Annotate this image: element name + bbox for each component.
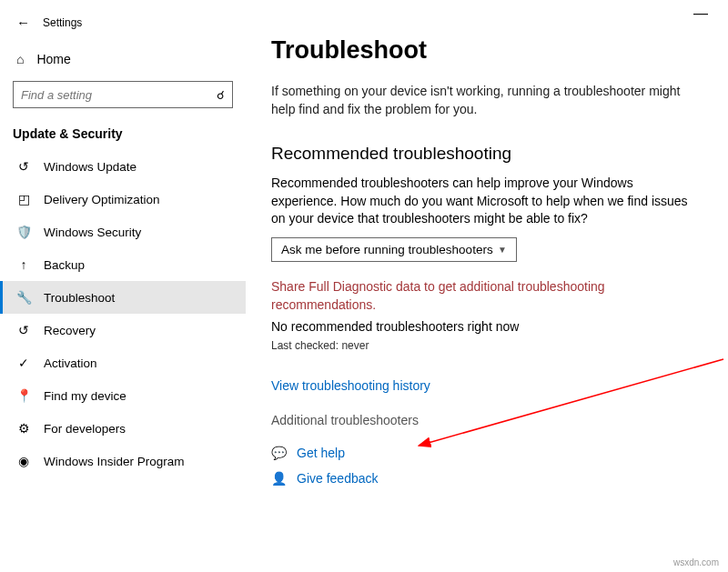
page-title: Troubleshoot <box>271 36 692 65</box>
give-feedback-link[interactable]: Give feedback <box>297 471 379 486</box>
sidebar-item-label: Activation <box>44 356 97 370</box>
get-help-icon: 💬 <box>271 446 288 460</box>
activation-icon: ✓ <box>16 356 31 370</box>
developers-icon: ⚙ <box>16 421 31 436</box>
sidebar-item-label: Find my device <box>44 389 126 403</box>
security-icon: 🛡️ <box>16 225 31 239</box>
sidebar-item-label: Windows Update <box>44 160 136 174</box>
sidebar-item-label: Recovery <box>44 324 96 337</box>
troubleshoot-preference-dropdown[interactable]: Ask me before running troubleshooters ▼ <box>271 237 517 262</box>
no-recommended-text: No recommended troubleshooters right now <box>271 319 692 334</box>
find-device-icon: 📍 <box>16 388 31 403</box>
insider-icon: ◉ <box>16 454 31 468</box>
recovery-icon: ↺ <box>16 323 31 337</box>
sidebar-item-label: Windows Insider Program <box>44 455 185 468</box>
search-input[interactable]: ☌ <box>13 81 233 108</box>
sidebar-item-troubleshoot[interactable]: 🔧 Troubleshoot <box>0 281 246 314</box>
delivery-icon: ◰ <box>16 192 31 206</box>
last-checked-text: Last checked: never <box>271 339 692 352</box>
search-icon: ☌ <box>217 88 225 102</box>
window-title: Settings <box>43 16 82 29</box>
troubleshoot-icon: 🔧 <box>16 290 31 305</box>
sidebar-item-label: Delivery Optimization <box>44 193 160 206</box>
recommended-title: Recommended troubleshooting <box>271 144 692 164</box>
sidebar-item-windows-update[interactable]: ↺ Windows Update <box>0 150 246 183</box>
dropdown-value: Ask me before running troubleshooters <box>281 243 493 256</box>
update-icon: ↺ <box>16 159 31 174</box>
sidebar-item-label: Backup <box>44 258 85 272</box>
sidebar-item-delivery-optimization[interactable]: ◰ Delivery Optimization <box>0 183 246 216</box>
search-field[interactable] <box>21 88 203 102</box>
home-label: Home <box>36 52 70 66</box>
sidebar-item-label: Troubleshoot <box>44 291 115 305</box>
sidebar-item-home[interactable]: ⌂ Home <box>0 43 246 75</box>
sidebar-item-for-developers[interactable]: ⚙ For developers <box>0 412 246 445</box>
sidebar-item-activation[interactable]: ✓ Activation <box>0 346 246 379</box>
feedback-icon: 👤 <box>271 471 288 486</box>
chevron-down-icon: ▼ <box>498 245 507 255</box>
sidebar-item-windows-insider[interactable]: ◉ Windows Insider Program <box>0 445 246 477</box>
sidebar-item-backup[interactable]: ↑ Backup <box>0 248 246 281</box>
section-title: Update & Security <box>0 121 246 150</box>
recommended-desc: Recommended troubleshooters can help imp… <box>271 175 692 228</box>
additional-troubleshooters-link[interactable]: Additional troubleshooters <box>271 413 692 427</box>
sidebar-item-label: Windows Security <box>44 226 141 239</box>
watermark: wsxdn.com <box>673 557 719 567</box>
sidebar-item-label: For developers <box>44 422 126 436</box>
backup-icon: ↑ <box>16 257 31 272</box>
sidebar-item-recovery[interactable]: ↺ Recovery <box>0 314 246 346</box>
sidebar-item-windows-security[interactable]: 🛡️ Windows Security <box>0 216 246 248</box>
minimize-button[interactable]: — <box>682 0 719 27</box>
sidebar-item-find-my-device[interactable]: 📍 Find my device <box>0 379 246 412</box>
diagnostic-warning: Share Full Diagnostic data to get additi… <box>271 278 692 314</box>
home-icon: ⌂ <box>16 52 24 66</box>
back-icon[interactable]: ← <box>13 11 34 34</box>
page-intro: If something on your device isn't workin… <box>271 83 692 118</box>
get-help-link[interactable]: Get help <box>297 446 345 460</box>
view-history-link[interactable]: View troubleshooting history <box>271 378 430 393</box>
